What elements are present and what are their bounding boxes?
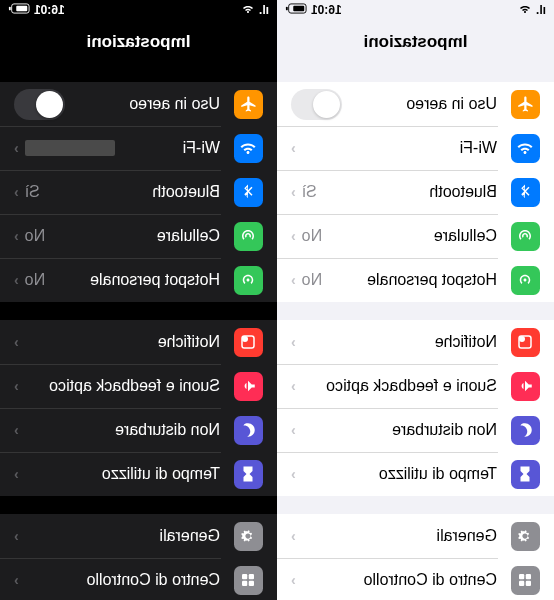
svg-point-19 [243,336,249,342]
svg-rect-6 [520,574,525,579]
settings-row-dnd[interactable]: Non disturbare› [277,408,554,452]
status-right: 16:01 [285,3,342,17]
chevron-right-icon: › [14,422,19,438]
chevron-right-icon: › [14,272,19,288]
settings-group: Uso in aereoWi-Fi›BluetoothSì›CellulareN… [0,82,277,302]
settings-row-label: Notifiche [19,333,220,351]
chevron-right-icon: › [291,272,296,288]
settings-row-label: Wi-Fi [296,139,497,157]
page-title: Impostazioni [277,20,554,64]
settings-row-value: Sì [25,183,40,201]
settings-row-airplane[interactable]: Uso in aereo [277,82,554,126]
settings-group: Generali›Centro di Controllo›AASchermo e… [0,514,277,600]
settings-row-label: Tempo di utilizzo [19,465,220,483]
settings-row-notifications[interactable]: Notifiche› [277,320,554,364]
settings-row-dnd[interactable]: Non disturbare› [0,408,277,452]
chevron-right-icon: › [291,228,296,244]
page-title: Impostazioni [0,20,277,64]
chevron-right-icon: › [291,528,296,544]
gear-icon [511,522,540,551]
settings-row-label: Bluetooth [317,183,497,201]
svg-rect-2 [286,7,288,11]
moon-icon [234,416,263,445]
hourglass-icon [234,460,263,489]
settings-row-label: Suoni e feedback aptico [296,377,497,395]
settings-row-cellular[interactable]: CellulareNo› [277,214,554,258]
settings-row-label: Generali [296,527,497,545]
settings-row-label: Hotspot personale [322,271,497,289]
chevron-right-icon: › [291,422,296,438]
svg-rect-17 [9,7,11,11]
status-bar: ıl.16:01 [0,0,277,20]
settings-row-label: Bluetooth [40,183,220,201]
svg-rect-21 [243,574,248,579]
settings-row-label: Cellulare [322,227,497,245]
hourglass-icon [511,460,540,489]
settings-group: Notifiche›Suoni e feedback aptico›Non di… [0,320,277,496]
airplane-toggle[interactable] [291,89,342,120]
status-time: 16:01 [34,3,65,17]
controlcenter-icon [234,566,263,595]
status-right: 16:01 [8,3,65,17]
status-bar: ıl.16:01 [277,0,554,20]
settings-row-label: Hotspot personale [45,271,220,289]
settings-row-general[interactable]: Generali› [0,514,277,558]
settings-row-label: Uso in aereo [342,95,497,113]
settings-row-hotspot[interactable]: Hotspot personaleNo› [0,258,277,302]
sounds-icon [511,372,540,401]
battery-icon [8,3,30,17]
settings-group: Generali›Centro di Controllo›AASchermo e… [277,514,554,600]
svg-rect-23 [243,581,248,586]
settings-group: Uso in aereoWi-Fi›BluetoothSì›CellulareN… [277,82,554,302]
settings-row-wifi[interactable]: Wi-Fi› [0,126,277,170]
svg-point-4 [520,336,526,342]
chevron-right-icon: › [14,184,19,200]
wifi-status-icon [241,3,255,18]
settings-row-bluetooth[interactable]: BluetoothSì› [0,170,277,214]
chevron-right-icon: › [14,466,19,482]
chevron-right-icon: › [14,334,19,350]
settings-row-sounds[interactable]: Suoni e feedback aptico› [277,364,554,408]
settings-row-wifi[interactable]: Wi-Fi› [277,126,554,170]
settings-row-controlcenter[interactable]: Centro di Controllo› [0,558,277,600]
airplane-toggle[interactable] [14,89,65,120]
settings-row-bluetooth[interactable]: BluetoothSì› [277,170,554,214]
notifications-icon [511,328,540,357]
chevron-right-icon: › [291,334,296,350]
wifi-status-icon [518,3,532,18]
settings-row-label: Centro di Controllo [296,571,497,589]
settings-row-value: No [25,271,45,289]
svg-rect-8 [520,581,525,586]
svg-rect-22 [249,581,254,586]
settings-row-airplane[interactable]: Uso in aereo [0,82,277,126]
svg-rect-7 [526,581,531,586]
settings-row-label: Generali [19,527,220,545]
settings-row-hotspot[interactable]: Hotspot personaleNo› [277,258,554,302]
settings-row-notifications[interactable]: Notifiche› [0,320,277,364]
wifi-icon [511,134,540,163]
chevron-right-icon: › [291,572,296,588]
settings-row-label: Notifiche [296,333,497,351]
cellular-icon [511,222,540,251]
svg-rect-20 [249,574,254,579]
svg-rect-1 [293,6,304,12]
settings-row-value: No [25,227,45,245]
settings-row-sounds[interactable]: Suoni e feedback aptico› [0,364,277,408]
chevron-right-icon: › [14,378,19,394]
redacted-value [25,140,115,156]
settings-row-screentime[interactable]: Tempo di utilizzo› [277,452,554,496]
notifications-icon [234,328,263,357]
chevron-right-icon: › [14,528,19,544]
hotspot-icon [511,266,540,295]
settings-row-value: No [302,227,322,245]
hotspot-icon [234,266,263,295]
settings-row-controlcenter[interactable]: Centro di Controllo› [277,558,554,600]
chevron-right-icon: › [14,228,19,244]
settings-row-cellular[interactable]: CellulareNo› [0,214,277,258]
chevron-right-icon: › [291,466,296,482]
status-left: ıl. [518,3,546,18]
gear-icon [234,522,263,551]
settings-row-general[interactable]: Generali› [277,514,554,558]
settings-row-screentime[interactable]: Tempo di utilizzo› [0,452,277,496]
bluetooth-icon [511,178,540,207]
